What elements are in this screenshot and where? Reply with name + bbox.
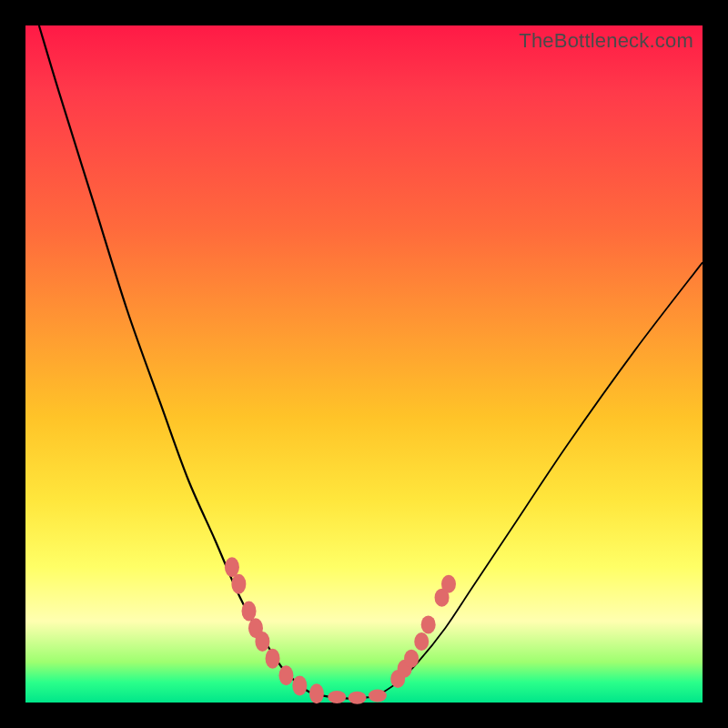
- marker-dot: [328, 691, 346, 703]
- marker-dot: [414, 632, 429, 651]
- marker-dot: [309, 683, 324, 703]
- marker-dot: [225, 557, 239, 577]
- marker-dot: [441, 575, 456, 593]
- marker-dot: [255, 632, 269, 652]
- curve-svg: [25, 25, 703, 703]
- marker-dot: [421, 615, 436, 633]
- marker-dot: [266, 649, 280, 669]
- marker-dot: [278, 665, 293, 685]
- marker-dot: [369, 690, 387, 703]
- marker-dot: [349, 692, 367, 704]
- marker-dots: [225, 557, 456, 704]
- chart-frame: TheBottleneck.com: [0, 0, 728, 728]
- curve-left-branch: [39, 25, 378, 699]
- marker-dot: [292, 675, 307, 695]
- marker-dot: [404, 650, 419, 668]
- marker-dot: [242, 602, 257, 622]
- plot-area: TheBottleneck.com: [25, 25, 703, 703]
- marker-dot: [231, 574, 246, 594]
